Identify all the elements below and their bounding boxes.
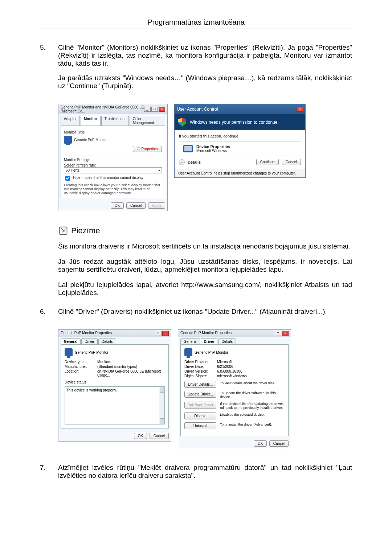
tab-general[interactable]: General	[180, 338, 200, 344]
properties-button[interactable]: 🛡 Properties	[133, 146, 162, 152]
monitor-settings-label: Monitor Settings	[64, 158, 162, 162]
device-properties-general-dialog: Generic PnP Monitor Properties ? × Gener…	[58, 329, 171, 442]
dialog-title: Generic PnP Monitor Properties	[180, 331, 232, 336]
tab-color-management[interactable]: Color Management	[130, 116, 165, 126]
scrollbar[interactable]	[159, 387, 164, 424]
dialog-title: Generic PnP Monitor and NVIDIA GeForce 6…	[61, 105, 144, 113]
ok-button[interactable]: OK	[254, 440, 267, 447]
disable-text: Disables the selected device.	[220, 413, 285, 416]
update-driver-button[interactable]: Update Driver...	[184, 391, 216, 398]
uninstall-button[interactable]: Uninstall	[184, 422, 216, 429]
maximize-icon[interactable]: □	[151, 107, 158, 112]
device-status-text: This device is working properly.	[66, 388, 117, 392]
note-text-1: Šis monitora draiveris ir Microsoft sert…	[58, 242, 352, 250]
device-type-label: Device type:	[65, 360, 97, 364]
driver-details-text: To view details about the driver files.	[220, 381, 285, 385]
shield-icon	[178, 118, 186, 127]
rollback-driver-button[interactable]: Roll Back Driver	[184, 402, 216, 409]
monitor-icon	[184, 348, 192, 356]
tab-details[interactable]: Details	[98, 338, 116, 344]
location-value: on NVIDIA GeForce 6600 LE (Microsoft Cor…	[97, 369, 165, 377]
close-icon[interactable]: ×	[282, 331, 289, 336]
scroll-down-icon[interactable]	[160, 418, 164, 424]
device-status-label: Device status	[65, 380, 165, 384]
step-7-number: 7.	[40, 464, 58, 486]
tab-driver[interactable]: Driver	[201, 338, 218, 344]
uac-banner-text: Windows needs your permission to contion…	[190, 120, 279, 125]
monitor-type-label: Monitor Type	[64, 130, 162, 134]
uac-dialog: User Account Control × Windows needs you…	[174, 104, 306, 178]
cancel-button[interactable]: Cancel	[126, 202, 146, 209]
tab-general[interactable]: General	[61, 338, 81, 344]
continue-button[interactable]: Continue	[256, 159, 279, 165]
help-icon[interactable]: ?	[155, 331, 162, 336]
refresh-rate-label: Screen refresh rate:	[64, 163, 162, 167]
step-5-number: 5.	[40, 44, 58, 97]
digital-signer-value: microsoft windows	[217, 374, 285, 378]
help-icon[interactable]: ?	[275, 331, 281, 336]
cancel-button[interactable]: Cancel	[150, 433, 169, 439]
hide-modes-label: Hide modes that this monitor cannot disp…	[73, 176, 143, 180]
header-rule	[40, 29, 352, 29]
uac-program-publisher: Microsoft Windows	[196, 149, 230, 153]
disable-button[interactable]: Disable	[184, 413, 216, 419]
monitor-properties-dialog: Generic PnP Monitor and NVIDIA GeForce 6…	[58, 104, 168, 211]
note-text-2: Ja Jūs redzat augstāk attēloto logu, Jūs…	[58, 258, 352, 274]
device-status-box: This device is working properly.	[65, 386, 165, 424]
chevron-down-icon: ▾	[158, 168, 160, 172]
close-icon[interactable]: ×	[159, 107, 165, 112]
tab-monitor[interactable]: Monitor	[81, 116, 101, 126]
device-type-value: Monitors	[97, 360, 165, 364]
tab-driver[interactable]: Driver	[81, 338, 98, 344]
step-5-text-2: Ja parādās uzraksts "Windows needs…" (Wi…	[58, 74, 352, 90]
update-driver-text: To update the driver software for this d…	[220, 391, 285, 399]
driver-provider-value: Microsoft	[217, 360, 285, 364]
tab-troubleshoot[interactable]: Troubleshoot	[101, 116, 129, 126]
tab-adapter[interactable]: Adapter	[61, 116, 80, 126]
manufacturer-label: Manufacturer:	[65, 365, 97, 369]
uac-footer-text: User Account Control helps stop unauthor…	[175, 169, 305, 177]
page-title: Programmatūras izmantošana	[40, 18, 352, 26]
tab-details[interactable]: Details	[218, 338, 236, 344]
driver-version-label: Driver Version:	[184, 369, 217, 373]
monitor-name: Generic PnP Monitor	[74, 138, 108, 142]
uac-program-name: Device Properties	[196, 144, 230, 149]
uac-title: User Account Control	[177, 107, 218, 112]
monitor-icon	[64, 136, 72, 144]
program-icon	[183, 145, 193, 152]
hide-modes-checkbox[interactable]	[65, 176, 70, 181]
close-icon[interactable]: ×	[297, 107, 303, 112]
minimize-icon[interactable]: _	[144, 107, 151, 112]
dialog-title: Generic PnP Monitor Properties	[61, 331, 112, 336]
step-6-text: Cilnē "Driver" (Draiveris) noklikšķiniet…	[58, 308, 352, 316]
cancel-button[interactable]: Cancel	[269, 440, 289, 447]
refresh-rate-select[interactable]: 60 Hertz▾	[64, 167, 162, 173]
ok-button[interactable]: OK	[134, 433, 147, 439]
ok-button[interactable]: OK	[111, 202, 124, 209]
driver-details-button[interactable]: Driver Details...	[184, 381, 216, 388]
monitor-name: Generic PnP Monitor	[195, 350, 228, 354]
manufacturer-value: (Standard monitor types)	[97, 365, 165, 369]
digital-signer-label: Digital Signer:	[184, 374, 217, 378]
note-icon	[58, 226, 68, 236]
scroll-up-icon[interactable]	[160, 387, 164, 393]
driver-provider-label: Driver Provider:	[184, 360, 217, 364]
driver-date-value: 6/21/2006	[217, 365, 285, 369]
step-7-text: Atzīmējiet izvēles rūtiņu "Meklēt draive…	[58, 464, 352, 480]
chevron-down-icon[interactable]: ⌄	[179, 159, 185, 165]
monitor-icon	[65, 348, 73, 356]
note-text-3: Lai piekļūtu lejupielādes lapai, atverie…	[58, 281, 352, 297]
details-toggle[interactable]: Details	[188, 160, 253, 164]
step-5-text-1: Cilnē "Monitor" (Monitors) noklikšķiniet…	[58, 44, 352, 67]
uac-instruction: If you started this action, continue.	[179, 134, 301, 138]
rollback-driver-text: If the device fails after updating the d…	[220, 402, 285, 410]
location-label: Location:	[65, 369, 97, 377]
driver-version-value: 6.0.6000.16386	[217, 369, 285, 373]
device-properties-driver-dialog: Generic PnP Monitor Properties ? × Gener…	[178, 329, 291, 449]
note-label: Piezīme	[71, 226, 100, 235]
apply-button[interactable]: Apply	[148, 202, 165, 209]
cancel-button[interactable]: Cancel	[282, 159, 301, 165]
step-6-number: 6.	[40, 308, 58, 322]
close-icon[interactable]: ×	[162, 331, 169, 336]
driver-date-label: Driver Date:	[184, 365, 217, 369]
